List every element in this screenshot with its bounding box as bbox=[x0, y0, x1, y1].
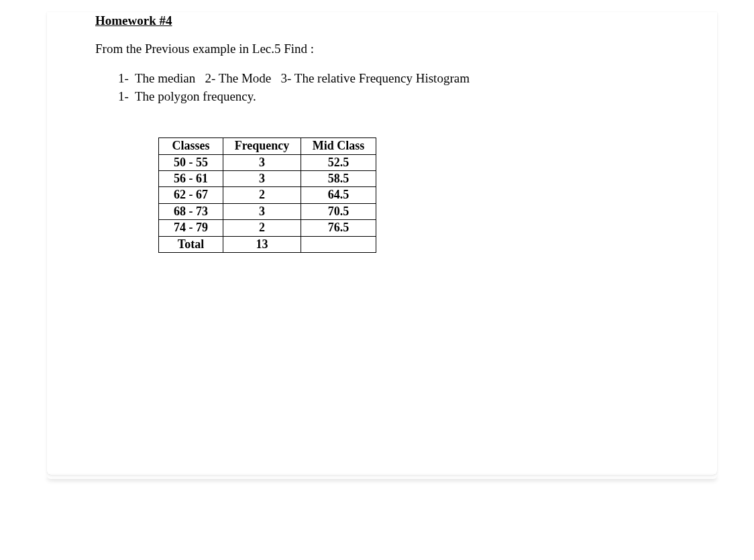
table-row: 50 - 55 3 52.5 bbox=[159, 154, 376, 170]
header-frequency: Frequency bbox=[223, 138, 301, 154]
cell-class: 56 - 61 bbox=[159, 170, 223, 186]
cell-class: 50 - 55 bbox=[159, 154, 223, 170]
cell-freq: 3 bbox=[223, 170, 301, 186]
header-classes: Classes bbox=[159, 138, 223, 154]
question-line-1: 1- The median 2- The Mode 3- The relativ… bbox=[118, 70, 677, 88]
table-row: 56 - 61 3 58.5 bbox=[159, 170, 376, 186]
cell-freq: 2 bbox=[223, 220, 301, 236]
question-list: 1- The median 2- The Mode 3- The relativ… bbox=[118, 70, 677, 105]
cell-class: 62 - 67 bbox=[159, 187, 223, 203]
cell-class: 74 - 79 bbox=[159, 220, 223, 236]
cell-mid: 70.5 bbox=[301, 203, 376, 219]
cell-freq: 3 bbox=[223, 154, 301, 170]
cell-total-freq: 13 bbox=[223, 236, 301, 252]
cell-class: 68 - 73 bbox=[159, 203, 223, 219]
cell-mid: 58.5 bbox=[301, 170, 376, 186]
cell-mid: 64.5 bbox=[301, 187, 376, 203]
question-line-2: 1- The polygon frequency. bbox=[118, 88, 677, 106]
cell-empty bbox=[301, 236, 376, 252]
table-row: 74 - 79 2 76.5 bbox=[159, 220, 376, 236]
page-title: Homework #4 bbox=[95, 12, 677, 28]
table-row: 62 - 67 2 64.5 bbox=[159, 187, 376, 203]
header-midclass: Mid Class bbox=[301, 138, 376, 154]
intro-text: From the Previous example in Lec.5 Find … bbox=[95, 42, 677, 56]
cell-freq: 3 bbox=[223, 203, 301, 219]
cell-freq: 2 bbox=[223, 187, 301, 203]
cell-mid: 52.5 bbox=[301, 154, 376, 170]
cell-mid: 76.5 bbox=[301, 220, 376, 236]
table-total-row: Total 13 bbox=[159, 236, 376, 252]
frequency-table: Classes Frequency Mid Class 50 - 55 3 52… bbox=[158, 137, 376, 253]
table-header-row: Classes Frequency Mid Class bbox=[159, 138, 376, 154]
document-page: Homework #4 From the Previous example in… bbox=[47, 12, 717, 475]
table-row: 68 - 73 3 70.5 bbox=[159, 203, 376, 219]
cell-total-label: Total bbox=[159, 236, 223, 252]
